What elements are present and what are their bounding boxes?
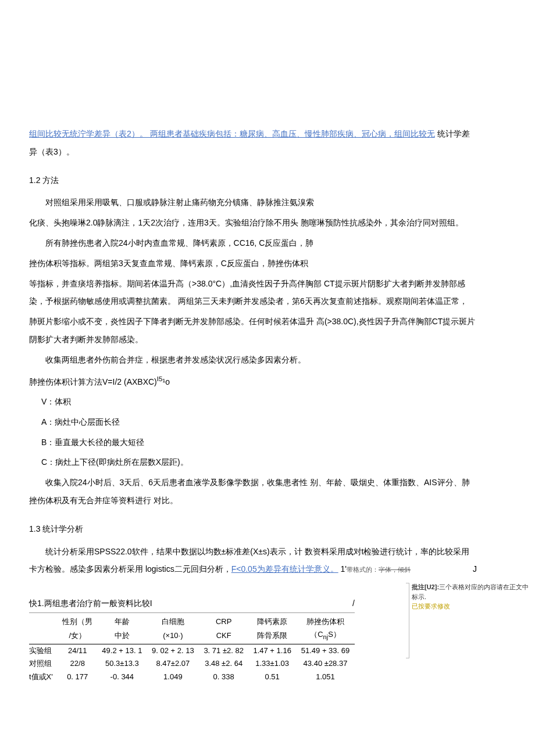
formula-v: V：体积 (29, 393, 477, 411)
cell: 43.40 ±28.37 (296, 657, 355, 670)
row-label-exp: 实验组 (29, 644, 58, 658)
th-sex-1: 性别（男 (58, 615, 97, 628)
formula-c: C：病灶上下径(即病灶所在层数X层距)。 (29, 453, 477, 471)
method-p4: 挫伤体积等指标。两组第3天复查血常规、降钙素原，C反应蛋白，肺挫伤体积 (29, 255, 477, 273)
intro-paragraph: 组间比较无统泞学差异（表2）。 两组患者基础疾病包括：糖尿病、高血压、慢性肺部疾… (29, 125, 477, 161)
stats-text-c: ， (223, 564, 231, 574)
method-p7: 收集两组患者外伤前合并症，根据患者并发感染状况行感染多因素分析。 (29, 351, 477, 369)
intro-link-text: 组间比较无统泞学差异（表2）。 两组患者基础疾病包括：糖尿病、高血压、慢性肺部疾… (29, 129, 435, 138)
stats-link: F<0.05为差异有统计学意义。 (231, 564, 338, 574)
th-vol-1: 肺挫伤体积 (296, 615, 355, 628)
cell: 50.3±13.3 (97, 657, 147, 670)
table-row: 对照组 22/8 50.3±13.3 8.47±2.07 3.48 ±2. 64… (29, 657, 355, 670)
th-age-2: 中於 (97, 628, 147, 644)
cell: 24/11 (58, 644, 97, 658)
cell: 0. 177 (58, 671, 97, 683)
formula-a: A：病灶中心层面长径 (29, 413, 477, 431)
document-body: 组间比较无统泞学差异（表2）。 两组患者基础疾病包括：糖尿病、高血压、慢性肺部疾… (29, 125, 477, 683)
formula-b: B：垂直最大长径的最大短径 (29, 433, 477, 452)
j-mark: J (456, 560, 477, 578)
cell: 9. 02 + 2. 13 (147, 644, 199, 658)
formula-prefix: 肺挫伤体积计算方法V=I/2 (AXBXC) (29, 377, 157, 386)
cell: 1.051 (296, 671, 355, 683)
cell: 51.49 + 33. 69 (296, 644, 355, 658)
method-p3: 所有肺挫伤患者入院24小时内查血常规、降钙素原，CC16, C反应蛋白，肺 (29, 234, 477, 252)
stats-text-b: logistics二元回归分析 (145, 564, 223, 574)
row-label-tval: t值或X' (29, 671, 58, 683)
formula-suffix: ¹o (163, 377, 170, 386)
method-p13: 收集入院24小时后、3天后、6天后患者血液学及影像学数据，收集患者性 别、年龄、… (29, 474, 477, 510)
cell: 3. 71 ±2. 82 (199, 644, 248, 658)
table1-slash: / (352, 594, 355, 612)
th-pct-1: 降钙素原 (248, 615, 296, 628)
th-age-1: 年龄 (97, 615, 147, 628)
formula-line: 肺挫伤体积计算方法V=I/2 (AXBXC)I5¹o (29, 371, 477, 390)
stats-paragraph: 统计分析采用SPSS22.0软件，结果中数据以均数±标准差(X±s)表示，计 数… (29, 543, 477, 579)
th-vol-2: （CnjS） (296, 628, 355, 644)
comment-response: 已按要求修改 (412, 603, 450, 610)
cell: 0.51 (248, 671, 296, 683)
cell: -0. 344 (97, 671, 147, 683)
section-1-2-title: 1.2 方法 (29, 171, 477, 189)
cell: 1.049 (147, 671, 199, 683)
table-row: t值或X' 0. 177 -0. 344 1.049 0. 338 0.51 1… (29, 671, 355, 683)
th-sex-2: /女） (58, 628, 97, 644)
cell: 1.33±1.03 (248, 657, 296, 670)
th-pct-2: 阵骨系限 (248, 628, 296, 644)
cell: 1.47 + 1.16 (248, 644, 296, 658)
cell: 8.47±2.07 (147, 657, 199, 670)
table1-header-row2: /女） 中於 (×10·) CKF 阵骨系限 （CnjS） (29, 628, 355, 644)
cell: 49.2 + 13. 1 (97, 644, 147, 658)
method-p6: 肺斑片影缩小或不变，炎性因子下降者判断无并发肺部感染。任何时候若体温升 高(>3… (29, 313, 477, 349)
method-p5: 等指标，并查痰培养指标。期间若体温升高（>38.0°C）,血清炎性因子升高伴胸部… (29, 275, 477, 311)
format-note: 带格式的：字体，倾斜 (347, 566, 411, 573)
section-1-3-title: 1.3 统计学分析 (29, 520, 477, 538)
table-row: 实验组 24/11 49.2 + 13. 1 9. 02 + 2. 13 3. … (29, 644, 355, 658)
comment-box: 批注[U2]:三个表格对应的内容请在正文中标示. 已按要求修改 (412, 582, 534, 611)
method-p1: 对照组采用采用吸氧、口服或静脉注射止痛药物充分镇痛、静脉推注氨溴索 (29, 194, 477, 212)
table1-header-row1: 性别（男 年龄 白细胞 CRP 降钙素原 肺挫伤体积 (29, 615, 355, 628)
comment-label: 批注[U2]: (412, 583, 439, 590)
comment-bracket (406, 583, 409, 658)
method-p2: 化痰、头抱噪琳2.0静脉滴注，1天2次治疗，连用3天。实验组治疗除不用头 胞噻琳… (29, 214, 477, 232)
th-wbc-2: (×10·) (147, 628, 199, 644)
th-crp-1: CRP (199, 615, 248, 628)
stats-text-d: 1' (338, 564, 347, 574)
cell: 3.48 ±2. 64 (199, 657, 248, 670)
table1-title: 快1.两组患者治疗前一般资料比较I (29, 594, 152, 612)
format-strike: 字体，倾斜 (379, 566, 411, 573)
cell: 0. 338 (199, 671, 248, 683)
th-wbc-1: 白细胞 (147, 615, 199, 628)
th-crp-2: CKF (199, 628, 248, 644)
table1: 性别（男 年龄 白细胞 CRP 降钙素原 肺挫伤体积 /女） 中於 (×10·)… (29, 615, 355, 683)
table1-title-row: 快1.两组患者治疗前一般资料比较I / (29, 594, 355, 613)
formula-sup: I5 (157, 375, 163, 382)
row-label-ctrl: 对照组 (29, 657, 58, 670)
cell: 22/8 (58, 657, 97, 670)
